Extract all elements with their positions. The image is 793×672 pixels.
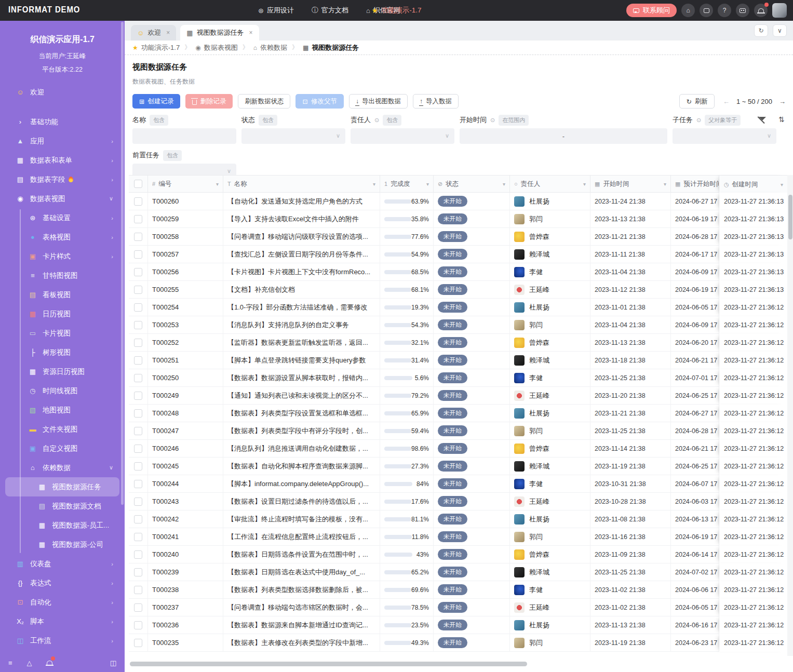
table-row[interactable]: T000241【工作流】在流程信息配置终止流程按钮后，...11.8%未开始郭闫… — [129, 528, 787, 546]
column-header-owner[interactable]: ○责任人▾ — [510, 175, 590, 193]
sidebar-item-view-datasource-company[interactable]: ▦视图数据源-公司 — [5, 535, 119, 554]
column-header-name[interactable]: T名称▾ — [223, 175, 380, 193]
row-checkbox[interactable] — [134, 233, 142, 241]
sidebar-item-applications[interactable]: ▲应用› — [5, 131, 119, 151]
row-checkbox[interactable] — [134, 374, 142, 382]
robot-icon[interactable] — [736, 4, 749, 17]
refresh-icon[interactable]: ↻ — [754, 24, 768, 37]
row-checkbox[interactable] — [134, 515, 142, 523]
table-row[interactable]: T000236【数据表】数据源来自脚本新增通过ID查询记...23.5%未开始杜… — [129, 616, 787, 634]
sidebar-item-grid-view[interactable]: ●表格视图› — [5, 227, 119, 247]
breadcrumb-item[interactable]: ⌂依赖数据 — [253, 43, 287, 52]
column-header-status[interactable]: ⊘状态▾ — [434, 175, 510, 193]
row-checkbox[interactable] — [134, 339, 142, 347]
sidebar-item-card-view[interactable]: ▭卡片视图 — [5, 324, 119, 343]
table-row[interactable]: T000249【通知】通知列表已读和未读视觉上的区分不...79.2%未开始王延… — [129, 387, 787, 405]
table-row[interactable]: T000255【文档】补充信创文档68.1%未开始王延峰2023-11-12 2… — [129, 281, 787, 299]
row-checkbox[interactable] — [134, 639, 142, 647]
topnav-app-design[interactable]: ⊛应用设计 — [258, 6, 294, 15]
row-checkbox[interactable] — [134, 250, 142, 259]
table-row[interactable]: T000247【数据表】列表类型字段中有评分字段时，创...59.4%未开始郭闫… — [129, 422, 787, 440]
contact-advisor-button[interactable]: 联系顾问 — [626, 4, 677, 17]
row-checkbox[interactable] — [134, 356, 142, 365]
caret-down-icon[interactable]: ▾ — [373, 181, 375, 187]
filter-start-time-select[interactable]: - — [460, 128, 667, 144]
row-checkbox[interactable] — [134, 197, 142, 206]
table-row[interactable]: T000259【导入】支持去读取Excel文件中插入的附件35.8%未开始郭闫2… — [129, 210, 787, 228]
breadcrumb-item[interactable]: ▦视图数据源任务 — [303, 43, 359, 52]
sidebar-item-view-datasource-tasks[interactable]: ▦视图数据源任务 — [5, 477, 119, 496]
caret-down-icon[interactable]: ▾ — [664, 181, 666, 187]
caret-down-icon[interactable]: ▾ — [426, 181, 429, 187]
table-row[interactable]: T000260【自动化】发送通知支持选定用户角色的方式63.9%未开始杜展扬20… — [129, 193, 787, 210]
sidebar-item-gantt-view[interactable]: ≡甘特图视图 — [5, 266, 119, 285]
prev-page-icon[interactable]: ← — [723, 98, 730, 105]
sidebar-item-workflow[interactable]: ◫工作流› — [5, 631, 119, 650]
caret-down-icon[interactable]: ▾ — [781, 182, 783, 187]
row-checkbox[interactable] — [134, 603, 142, 612]
panel-toggle-icon[interactable]: ◫ — [110, 659, 116, 667]
sidebar-item-dashboards[interactable]: ▥仪表盘› — [5, 554, 119, 573]
next-page-icon[interactable]: → — [779, 98, 786, 105]
sidebar-item-basic-settings[interactable]: ⊛基础设置› — [5, 208, 119, 227]
row-checkbox[interactable] — [134, 568, 142, 576]
sidebar-item-automation[interactable]: ⊡自动化› — [5, 593, 119, 612]
sidebar-item-tables-forms[interactable]: ▦数据表和表单› — [5, 151, 119, 170]
topnav-official-docs[interactable]: ⓘ官方文档 — [312, 6, 348, 15]
table-row[interactable]: T000250【数据表】数据源设置从脚本获取时，报错内...5.6%未开始李健2… — [129, 369, 787, 387]
help-icon[interactable]: ? — [718, 4, 731, 17]
sidebar-item-table-fields[interactable]: ▤数据表字段› — [5, 170, 119, 189]
table-row[interactable]: T000256【卡片视图】卡片视图上下文中没有formReco...68.5%未… — [129, 263, 787, 281]
table-row[interactable]: T000235【数据表】主表修改在列表类型的字段中新增...49.3%未开始郭闫… — [129, 634, 787, 652]
row-checkbox[interactable] — [134, 586, 142, 594]
select-all-checkbox[interactable] — [134, 180, 142, 188]
tab-view-datasource-tasks[interactable]: ▦视图数据源任务× — [180, 25, 259, 41]
sidebar-item-card-style[interactable]: ▣卡片样式› — [5, 247, 119, 266]
sidebar-item-table-views[interactable]: ◉数据表视图∨ — [5, 189, 119, 208]
sidebar-item-resource-calendar-view[interactable]: ▦资源日历视图 — [5, 362, 119, 381]
row-checkbox[interactable] — [134, 321, 142, 329]
filter-owner-select[interactable]: ∨ — [351, 128, 454, 144]
table-row[interactable]: T000246【消息队列】消息推送调用自动化创建数据，...98.6%未开始曾烨… — [129, 440, 787, 458]
table-row[interactable]: T000251【脚本】单点登录跳转链接需要支持query参数31.4%未开始赖泽… — [129, 352, 787, 369]
sidebar-scrollbar[interactable] — [121, 22, 124, 505]
caret-down-icon[interactable]: ▾ — [712, 181, 715, 187]
sidebar-item-folder-view[interactable]: ▬文件夹视图 — [5, 420, 119, 439]
sidebar-item-custom-view[interactable]: ▣自定义视图 — [5, 439, 119, 458]
clear-filter-icon[interactable] — [759, 116, 766, 123]
table-row[interactable]: T000253【消息队列】支持消息队列的自定义事务54.3%未开始郭闫2023-… — [129, 316, 787, 334]
filter-name-input[interactable] — [132, 128, 236, 144]
sidebar-item-kanban-view[interactable]: ▤看板视图 — [5, 285, 119, 304]
sidebar-item-expressions[interactable]: {}表达式› — [5, 573, 119, 593]
table-row[interactable]: T000243【数据表】设置日期过滤条件的待选值以后，...17.6%未开始王延… — [129, 493, 787, 510]
row-checkbox[interactable] — [134, 480, 142, 488]
column-header-id[interactable]: #编号▾ — [148, 175, 223, 193]
row-checkbox[interactable] — [134, 215, 142, 223]
caret-down-icon[interactable]: ▾ — [583, 181, 586, 187]
sidebar-item-scripts[interactable]: X₂脚本› — [5, 612, 119, 631]
table-row[interactable]: T000258【问卷调查】移动端访问级联字段设置的选项...77.6%未开始曾烨… — [129, 228, 787, 246]
row-checkbox[interactable] — [134, 498, 142, 506]
row-checkbox[interactable] — [134, 427, 142, 435]
sidebar-item-map-view[interactable]: ▧地图视图 — [5, 400, 119, 420]
column-header-created[interactable]: ◷创建时间▾ — [719, 176, 787, 193]
column-header-start[interactable]: ▦开始时间▾ — [590, 175, 671, 193]
row-checkbox[interactable] — [134, 286, 142, 294]
filter-subtask-select[interactable]: ∨ — [673, 128, 776, 144]
row-checkbox[interactable] — [134, 392, 142, 400]
sidebar-item-basic-functions[interactable]: ›基础功能 — [5, 112, 119, 131]
bell-icon[interactable] — [754, 4, 768, 17]
row-checkbox[interactable] — [134, 409, 142, 418]
table-row[interactable]: T000254【1.0-字段】部分函数方法描述准确，需要修改19.3%未开始杜展… — [129, 299, 787, 316]
table-row[interactable]: T000244【脚本】informat.company.deleteAppGro… — [129, 475, 787, 493]
sidebar-item-welcome[interactable]: ☺欢迎 — [5, 83, 119, 102]
sidebar-item-dependent-data[interactable]: ⌂依赖数据∨ — [5, 458, 119, 477]
table-row[interactable]: T000239【数据表】日期筛选在表达式中使用day_of_...65.2%未开… — [129, 563, 787, 581]
vertical-scrollbar-thumb[interactable] — [788, 195, 792, 239]
refresh-data-status-button[interactable]: 刷新数据状态 — [238, 94, 290, 109]
modify-parent-button[interactable]: ⊡修改父节 — [295, 94, 343, 109]
caret-down-icon[interactable]: ▾ — [503, 181, 505, 187]
table-row[interactable]: T000240【数据表】日期筛选条件设置为在范围中时，...43%未开始曾烨森2… — [129, 546, 787, 563]
column-header-planned[interactable]: ▦预计开始时间▾ — [671, 175, 719, 193]
export-view-data-button[interactable]: ↓导出视图数据 — [349, 94, 408, 109]
